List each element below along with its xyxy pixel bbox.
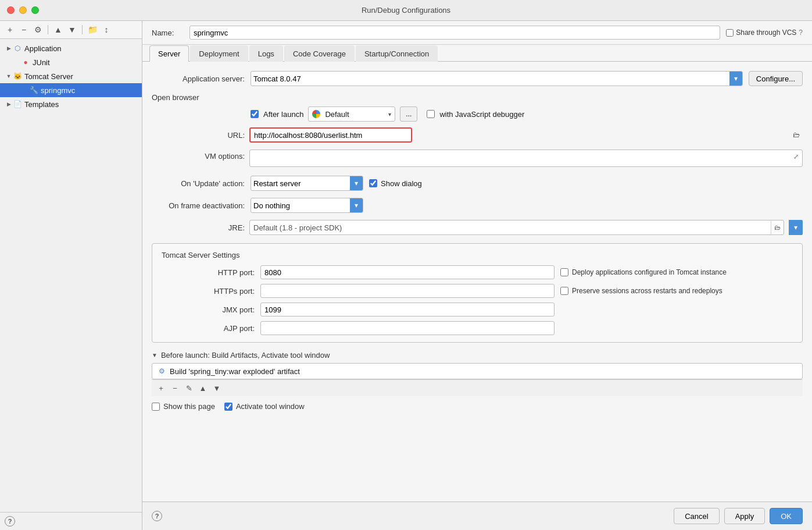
deploy-apps-checkbox[interactable] xyxy=(560,268,568,276)
activate-window-label: Activate tool window xyxy=(236,402,305,411)
sort-button[interactable]: ↕ xyxy=(101,24,112,35)
sidebar-item-junit[interactable]: ● JUnit xyxy=(0,55,142,69)
sidebar-item-templates[interactable]: ▶ 📄 Templates xyxy=(0,97,142,111)
show-page-checkbox[interactable] xyxy=(152,403,160,411)
jre-dropdown-button[interactable] xyxy=(789,220,803,235)
url-browse-button[interactable]: 🗁 xyxy=(790,129,803,141)
before-launch-item: ⚙ Build 'spring_tiny:war exploded' artif… xyxy=(152,364,802,379)
before-launch-remove-button[interactable]: − xyxy=(169,382,181,394)
sidebar-toolbar: + − ⚙ ▲ ▼ 📁 ↕ xyxy=(0,21,142,39)
on-frame-deact-dropdown-icon[interactable]: ▾ xyxy=(350,198,363,213)
help-button[interactable]: ? xyxy=(5,516,15,527)
tree-arrow-templates: ▶ xyxy=(5,100,13,108)
vm-options-input-area: ⤢ xyxy=(249,150,803,169)
show-dialog-checkbox[interactable] xyxy=(369,179,377,187)
sidebar-item-label-springmvc: springmvc xyxy=(41,86,75,95)
url-input[interactable] xyxy=(249,127,412,143)
artifact-icon: ⚙ xyxy=(157,367,166,376)
show-activate-row: Show this page Activate tool window xyxy=(152,402,803,411)
tab-startup[interactable]: Startup/Connection xyxy=(356,45,438,62)
app-server-row: Application server: Tomcat 8.0.47 ▾ Conf… xyxy=(152,71,803,86)
js-debugger-checkbox[interactable] xyxy=(427,110,435,118)
tab-code-coverage[interactable]: Code Coverage xyxy=(284,45,355,62)
activate-window-checkbox[interactable] xyxy=(224,403,232,411)
main-layout: + − ⚙ ▲ ▼ 📁 ↕ ▶ ⬡ Application ● JUnit xyxy=(0,21,812,530)
sidebar-item-label-tomcat: Tomcat Server xyxy=(24,72,73,81)
jre-browse-icon[interactable]: 🗁 xyxy=(771,221,784,234)
jre-row: JRE: Default (1.8 - project SDK) 🗁 xyxy=(152,220,803,235)
before-launch-up-button[interactable]: ▲ xyxy=(197,382,209,394)
browser-select-wrap[interactable]: Default ▾ xyxy=(308,106,395,122)
deploy-apps-row: Deploy applications configured in Tomcat… xyxy=(560,268,793,276)
close-button[interactable] xyxy=(7,6,15,14)
vm-expand-icon[interactable]: ⤢ xyxy=(791,152,800,161)
bottom-left: ? xyxy=(152,511,162,521)
bottom-bar: ? Cancel Apply OK xyxy=(142,501,812,530)
move-up-button[interactable]: ▲ xyxy=(53,24,63,35)
show-dialog-label: Show dialog xyxy=(381,179,422,188)
sidebar-item-tomcat[interactable]: ▼ 🐱 Tomcat Server xyxy=(0,69,142,83)
preserve-sessions-label: Preserve sessions across restarts and re… xyxy=(572,287,722,295)
ok-button[interactable]: OK xyxy=(770,508,803,524)
app-server-dropdown-icon[interactable]: ▾ xyxy=(729,71,742,86)
https-port-label: HTTPs port: xyxy=(162,287,255,296)
apply-button[interactable]: Apply xyxy=(724,508,766,524)
before-launch-item-label: Build 'spring_tiny:war exploded' artifac… xyxy=(170,367,300,376)
on-frame-deact-select-wrap: Do nothing ▾ xyxy=(251,198,363,213)
tab-logs[interactable]: Logs xyxy=(249,45,283,62)
folder-button[interactable]: 📁 xyxy=(87,24,98,35)
sidebar-item-label-junit: JUnit xyxy=(33,58,50,67)
sidebar-item-application[interactable]: ▶ ⬡ Application xyxy=(0,41,142,55)
minimize-button[interactable] xyxy=(19,6,27,14)
on-frame-deact-label: On frame deactivation: xyxy=(152,201,245,210)
activate-window-item: Activate tool window xyxy=(224,402,305,411)
https-port-input[interactable] xyxy=(260,284,555,298)
tab-deployment[interactable]: Deployment xyxy=(190,45,248,62)
tomcat-settings-title: Tomcat Server Settings xyxy=(162,251,793,259)
before-launch-collapse-arrow[interactable]: ▼ xyxy=(152,352,158,358)
name-input[interactable] xyxy=(189,26,720,40)
ajp-port-input[interactable] xyxy=(260,321,555,335)
sidebar-item-label-templates: Templates xyxy=(24,100,59,109)
sidebar: + − ⚙ ▲ ▼ 📁 ↕ ▶ ⬡ Application ● JUnit xyxy=(0,21,142,530)
tree-arrow-springmvc xyxy=(21,86,29,94)
move-down-button[interactable]: ▼ xyxy=(67,24,77,35)
before-launch-edit-button[interactable]: ✎ xyxy=(183,382,195,394)
maximize-button[interactable] xyxy=(31,6,39,14)
window-controls[interactable] xyxy=(7,6,39,14)
vcs-label: Share through VCS ? xyxy=(726,29,803,37)
sidebar-bottom: ? xyxy=(0,512,142,530)
before-launch-add-button[interactable]: + xyxy=(155,382,167,394)
on-update-dropdown-icon[interactable]: ▾ xyxy=(350,176,363,191)
url-row: URL: 🗁 xyxy=(152,127,803,143)
vcs-label-text: Share through VCS xyxy=(736,29,796,37)
open-browser-text: Open browser xyxy=(152,93,199,102)
sidebar-item-springmvc[interactable]: 🔧 springmvc xyxy=(0,83,142,97)
after-launch-checkbox[interactable] xyxy=(251,110,259,118)
app-server-select[interactable]: Tomcat 8.0.47 xyxy=(251,72,729,86)
vcs-checkbox[interactable] xyxy=(726,29,734,37)
settings-button[interactable]: ⚙ xyxy=(33,24,43,35)
on-update-select[interactable]: Restart server xyxy=(251,176,350,190)
tab-server[interactable]: Server xyxy=(149,45,189,62)
vm-options-textarea[interactable] xyxy=(249,150,803,167)
browser-more-button[interactable]: ... xyxy=(400,106,417,122)
google-chrome-icon xyxy=(312,110,320,118)
http-port-input[interactable] xyxy=(260,265,555,279)
before-launch-down-button[interactable]: ▼ xyxy=(211,382,223,394)
on-frame-deact-select[interactable]: Do nothing xyxy=(251,198,350,212)
cancel-button[interactable]: Cancel xyxy=(674,508,719,524)
remove-config-button[interactable]: − xyxy=(19,24,29,35)
name-row: Name: Share through VCS ? xyxy=(142,21,812,45)
preserve-sessions-row: Preserve sessions across restarts and re… xyxy=(560,287,793,295)
preserve-sessions-checkbox[interactable] xyxy=(560,287,568,295)
name-label: Name: xyxy=(152,29,184,37)
jre-label: JRE: xyxy=(152,223,245,232)
configure-button[interactable]: Configure... xyxy=(749,71,803,86)
before-launch-toolbar: + − ✎ ▲ ▼ xyxy=(152,379,803,396)
add-config-button[interactable]: + xyxy=(5,24,15,35)
jmx-port-input[interactable] xyxy=(260,303,555,316)
sidebar-tree: ▶ ⬡ Application ● JUnit ▼ 🐱 Tomcat Serve… xyxy=(0,39,142,512)
help-button-bottom[interactable]: ? xyxy=(152,511,162,521)
tree-arrow-tomcat: ▼ xyxy=(5,72,13,80)
